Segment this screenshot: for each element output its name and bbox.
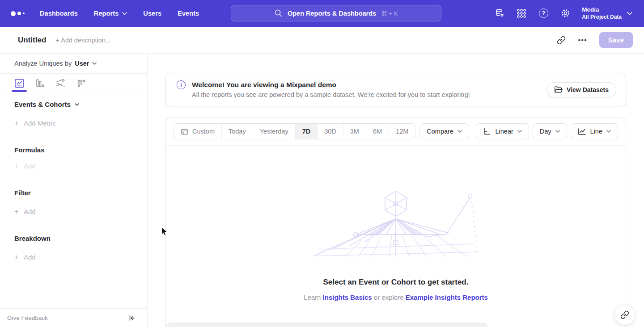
chevron-down-icon	[627, 12, 632, 15]
range-6m-label: 6M	[373, 128, 382, 135]
nav-users-label: Users	[143, 10, 161, 17]
main-content: i Welcome! You are viewing a Mixpanel de…	[148, 54, 644, 327]
add-formula-label: Add	[24, 162, 36, 171]
compare-label: Compare	[427, 128, 453, 135]
nav-events-label: Events	[178, 10, 199, 17]
range-30d[interactable]: 30D	[317, 124, 343, 139]
plus-icon: +	[14, 162, 19, 171]
range-7d[interactable]: 7D	[295, 124, 318, 139]
visualization-tabs	[0, 74, 147, 93]
empty-state: Select an Event or Cohort to get started…	[166, 146, 626, 301]
range-yesterday[interactable]: Yesterday	[253, 124, 295, 139]
report-description-placeholder[interactable]: + Add description...	[55, 37, 111, 44]
add-formula-button[interactable]: + Add	[14, 162, 36, 171]
analyze-by-dropdown[interactable]: User	[75, 60, 97, 67]
info-icon: i	[177, 80, 186, 89]
chevron-down-icon	[122, 12, 127, 15]
chevron-down-icon	[606, 130, 611, 133]
report-header: Untitled + Add description... ••• Save	[0, 27, 644, 54]
add-filter-button[interactable]: + Add	[14, 207, 36, 216]
chevron-down-icon	[555, 130, 560, 133]
bottom-panel-edge[interactable]	[166, 323, 488, 327]
events-cohorts-header[interactable]: Events & Cohorts	[14, 100, 79, 109]
settings-gear-icon[interactable]	[560, 8, 571, 19]
example-insights-reports-link[interactable]: Example Insights Reports	[406, 293, 488, 301]
mixpanel-logo[interactable]	[11, 11, 25, 16]
learn-prefix: Learn	[304, 293, 321, 301]
range-30d-label: 30D	[324, 128, 336, 135]
banner-body: All the reports you see are powered by a…	[192, 91, 470, 98]
chevron-down-icon	[75, 103, 79, 106]
analyze-by-value: User	[75, 60, 89, 67]
project-selector[interactable]: Media All Project Data	[582, 6, 632, 21]
project-scope: All Project Data	[582, 14, 622, 21]
range-7d-label: 7D	[302, 128, 311, 135]
search-shortcut: ⌘ + K	[381, 10, 398, 17]
link-icon	[620, 310, 629, 319]
plus-icon: +	[14, 119, 19, 128]
range-today[interactable]: Today	[221, 124, 253, 139]
breakdown-label: Breakdown	[14, 234, 51, 243]
or-explore-text: or explore	[374, 293, 404, 301]
demo-welcome-banner: i Welcome! You are viewing a Mixpanel de…	[165, 73, 626, 106]
range-12m[interactable]: 12M	[389, 124, 415, 139]
range-today-label: Today	[229, 128, 246, 135]
sidebar-footer: Give Feedback	[0, 308, 147, 327]
give-feedback-link[interactable]: Give Feedback	[7, 314, 48, 321]
nav-events[interactable]: Events	[178, 10, 199, 17]
range-custom-label: Custom	[192, 128, 215, 135]
copy-link-icon[interactable]	[553, 32, 569, 48]
metrics-grid-tab[interactable]	[75, 74, 87, 93]
save-button[interactable]: Save	[599, 32, 633, 48]
plus-icon: +	[14, 253, 19, 262]
events-cohorts-label: Events & Cohorts	[14, 100, 71, 109]
flow-tab[interactable]	[55, 74, 66, 93]
bar-chart-tab[interactable]	[34, 74, 46, 93]
nav-dashboards[interactable]: Dashboards	[40, 10, 78, 17]
empty-state-illustration	[313, 190, 479, 257]
nav-users[interactable]: Users	[143, 10, 161, 17]
analyze-label: Analyze Uniques by	[14, 60, 72, 67]
compare-button[interactable]: Compare	[419, 123, 469, 139]
chevron-down-icon	[458, 130, 462, 133]
insights-line-chart-tab[interactable]	[13, 74, 25, 93]
filter-header: Filter	[14, 189, 31, 197]
chart-type-selector[interactable]: Line	[571, 123, 618, 139]
range-3m-label: 3M	[350, 128, 359, 135]
calendar-icon	[181, 128, 188, 135]
ellipsis-icon: •••	[578, 36, 587, 44]
search-placeholder: Open Reports & Dashboards	[288, 10, 376, 17]
scale-selector[interactable]: Linear	[476, 123, 529, 139]
date-range-segmented-control: Custom Today Yesterday 7D 30D 3M 6M 12M	[174, 123, 415, 139]
top-nav: Dashboards Reports Users Events Open Rep…	[0, 0, 644, 27]
help-glyph: ?	[539, 8, 548, 18]
global-search[interactable]: Open Reports & Dashboards ⌘ + K	[231, 5, 441, 21]
more-options-button[interactable]: •••	[575, 32, 591, 48]
collapse-sidebar-icon[interactable]	[128, 314, 136, 322]
add-metric-button[interactable]: + Add Metric	[14, 119, 56, 128]
view-datasets-label: View Datasets	[567, 86, 609, 93]
chart-controls: Custom Today Yesterday 7D 30D 3M 6M 12M …	[166, 117, 626, 146]
query-builder-sidebar: Analyze Uniques by User	[0, 54, 148, 327]
apps-grid-icon[interactable]	[516, 8, 527, 19]
data-management-icon[interactable]	[494, 8, 505, 19]
range-12m-label: 12M	[396, 128, 408, 135]
nav-reports-label: Reports	[94, 10, 119, 17]
interval-selector[interactable]: Day	[533, 123, 567, 139]
add-breakdown-button[interactable]: + Add	[14, 253, 36, 262]
insights-basics-link[interactable]: Insights Basics	[323, 293, 372, 301]
help-icon[interactable]: ?	[538, 8, 549, 19]
empty-state-title: Select an Event or Cohort to get started…	[323, 278, 469, 287]
view-datasets-button[interactable]: View Datasets	[547, 82, 616, 97]
range-6m[interactable]: 6M	[366, 124, 389, 139]
chevron-down-icon	[92, 62, 97, 65]
add-filter-label: Add	[24, 207, 36, 216]
project-name: Media	[582, 6, 622, 14]
line-chart-icon	[578, 128, 586, 135]
report-title[interactable]: Untitled	[18, 36, 46, 45]
range-3m[interactable]: 3M	[343, 124, 366, 139]
range-custom[interactable]: Custom	[174, 124, 221, 139]
nav-reports[interactable]: Reports	[94, 10, 127, 17]
nav-dashboards-label: Dashboards	[40, 10, 78, 17]
share-link-fab[interactable]	[614, 305, 635, 325]
